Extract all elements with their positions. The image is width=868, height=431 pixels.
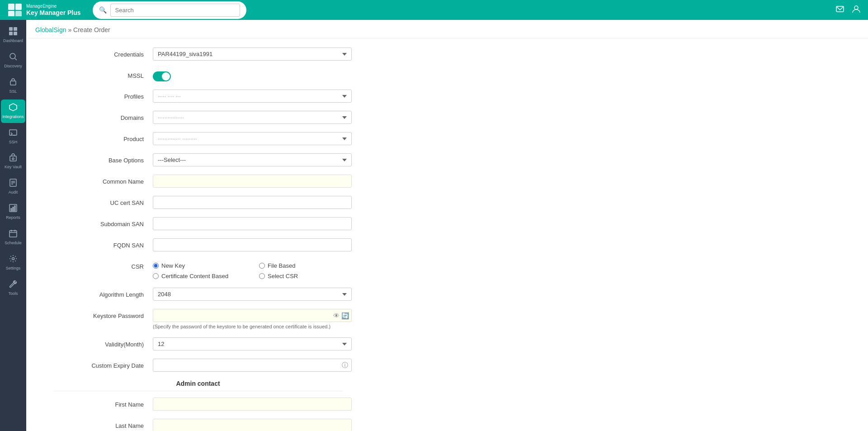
csr-cert-content-option[interactable]: Certificate Content Based — [153, 273, 245, 279]
breadcrumb: GlobalSign » Create Order — [26, 20, 868, 38]
last-name-input[interactable] — [153, 419, 352, 431]
product-control: ·············· ········· — [153, 132, 352, 145]
custom-expiry-wrap: ⓘ — [153, 359, 352, 372]
svg-marker-13 — [9, 104, 17, 111]
svg-rect-6 — [9, 27, 13, 31]
breadcrumb-current: Create Order — [73, 26, 110, 33]
csr-select-csr-option[interactable]: Select CSR — [259, 273, 352, 279]
algorithm-length-select[interactable]: 2048 — [153, 288, 352, 301]
domains-row: Domains ················ — [53, 111, 406, 124]
sidebar-item-keyvault[interactable]: Key Vault — [1, 150, 25, 173]
notification-icon[interactable] — [835, 5, 844, 16]
sidebar-item-settings[interactable]: Settings — [1, 251, 25, 275]
mssl-toggle[interactable] — [153, 71, 171, 81]
algorithm-length-row: Algorithm Length 2048 — [53, 288, 406, 301]
svg-point-30 — [12, 258, 14, 260]
algorithm-length-label: Algorithm Length — [53, 288, 144, 298]
fqdn-san-label: FQDN SAN — [53, 238, 144, 249]
csr-file-based-radio[interactable] — [259, 263, 265, 269]
breadcrumb-parent[interactable]: GlobalSign — [35, 26, 66, 33]
csr-cert-content-radio[interactable] — [153, 273, 159, 279]
subdomain-san-control — [153, 217, 352, 230]
dashboard-icon — [9, 27, 17, 38]
algorithm-length-control: 2048 — [153, 288, 352, 301]
audit-icon — [9, 179, 17, 189]
sidebar-item-ssl[interactable]: SSL — [1, 74, 25, 98]
profiles-row: Profiles ····· ···· ··· — [53, 90, 406, 103]
csr-file-based-option[interactable]: File Based — [259, 262, 352, 269]
sidebar: Dashboard Discovery SSL — [0, 20, 26, 431]
csr-options: New Key File Based Certificate Content B… — [153, 260, 352, 279]
sidebar-item-integrations[interactable]: Integrations — [1, 99, 25, 123]
password-generate-icon[interactable]: 🔄 — [341, 312, 349, 319]
base-options-select[interactable]: ---Select--- — [153, 153, 352, 166]
mssl-row: MSSL — [53, 69, 406, 81]
ssl-label: SSL — [9, 90, 17, 94]
svg-rect-23 — [11, 208, 12, 211]
credentials-label: Credentials — [53, 47, 144, 58]
custom-expiry-info-icon[interactable]: ⓘ — [342, 361, 348, 369]
brand: ManageEngine Key Manager Plus — [7, 4, 81, 17]
keystore-password-input[interactable] — [153, 309, 352, 322]
csr-new-key-label: New Key — [161, 262, 185, 269]
discovery-icon — [9, 52, 17, 63]
first-name-control — [153, 398, 352, 411]
validity-select[interactable]: 12 — [153, 337, 352, 350]
product-select[interactable]: ·············· ········· — [153, 132, 352, 145]
password-wrap: 👁 🔄 — [153, 309, 352, 322]
topbar-actions — [835, 5, 861, 16]
credentials-control: PAR44199_siva1991 — [153, 47, 352, 61]
subdomain-san-input[interactable] — [153, 217, 352, 230]
csr-new-key-option[interactable]: New Key — [153, 262, 245, 269]
csr-new-key-radio[interactable] — [153, 263, 159, 269]
domains-select[interactable]: ················ — [153, 111, 352, 124]
integrations-icon — [9, 103, 17, 114]
first-name-row: First Name — [53, 398, 406, 411]
credentials-select[interactable]: PAR44199_siva1991 — [153, 47, 352, 61]
discovery-label: Discovery — [4, 64, 22, 69]
product-label: Product — [53, 132, 144, 142]
common-name-input[interactable] — [153, 175, 352, 188]
fqdn-san-row: FQDN SAN — [53, 238, 406, 251]
sidebar-item-audit[interactable]: Audit — [1, 175, 25, 199]
uc-cert-san-input[interactable] — [153, 196, 352, 209]
search-bar[interactable]: 🔍 — [93, 1, 246, 19]
csr-select-csr-radio[interactable] — [259, 273, 265, 279]
sidebar-item-schedule[interactable]: Schedule — [1, 226, 25, 249]
user-icon[interactable] — [852, 5, 861, 16]
sidebar-item-reports[interactable]: Reports — [1, 200, 25, 224]
common-name-row: Common Name — [53, 175, 406, 188]
fqdn-san-input[interactable] — [153, 238, 352, 251]
first-name-label: First Name — [53, 398, 144, 408]
csr-label: CSR — [53, 260, 144, 270]
sidebar-item-dashboard[interactable]: Dashboard — [1, 24, 25, 47]
validity-label: Validity(Month) — [53, 337, 144, 348]
custom-expiry-input[interactable] — [153, 359, 352, 372]
schedule-icon — [9, 229, 17, 240]
create-order-form: Credentials PAR44199_siva1991 MSSL Profi… — [26, 38, 433, 431]
profiles-select[interactable]: ····· ···· ··· — [153, 90, 352, 103]
csr-control: New Key File Based Certificate Content B… — [153, 260, 352, 279]
custom-expiry-control: ⓘ — [153, 359, 352, 372]
mssl-control — [153, 69, 352, 81]
sidebar-item-discovery[interactable]: Discovery — [1, 49, 25, 72]
base-options-control: ---Select--- — [153, 153, 352, 166]
svg-rect-24 — [13, 207, 14, 211]
first-name-input[interactable] — [153, 398, 352, 411]
search-input[interactable] — [110, 4, 240, 17]
custom-expiry-label: Custom Expiry Date — [53, 359, 144, 369]
keystore-password-control: 👁 🔄 (Specify the password of the keystor… — [153, 309, 352, 329]
sidebar-item-ssh[interactable]: SSH — [1, 125, 25, 148]
breadcrumb-separator: » — [66, 26, 74, 33]
last-name-control — [153, 419, 352, 431]
password-show-icon[interactable]: 👁 — [333, 312, 340, 319]
sidebar-item-tools[interactable]: Tools — [1, 276, 25, 300]
common-name-control — [153, 175, 352, 188]
mssl-label: MSSL — [53, 69, 144, 79]
tools-label: Tools — [8, 292, 18, 296]
keystore-password-row: Keystore Password 👁 🔄 (Specify the passw… — [53, 309, 406, 329]
keyvault-icon — [9, 153, 17, 164]
ssl-icon — [9, 78, 17, 88]
keyvault-label: Key Vault — [5, 165, 22, 170]
profiles-control: ····· ···· ··· — [153, 90, 352, 103]
